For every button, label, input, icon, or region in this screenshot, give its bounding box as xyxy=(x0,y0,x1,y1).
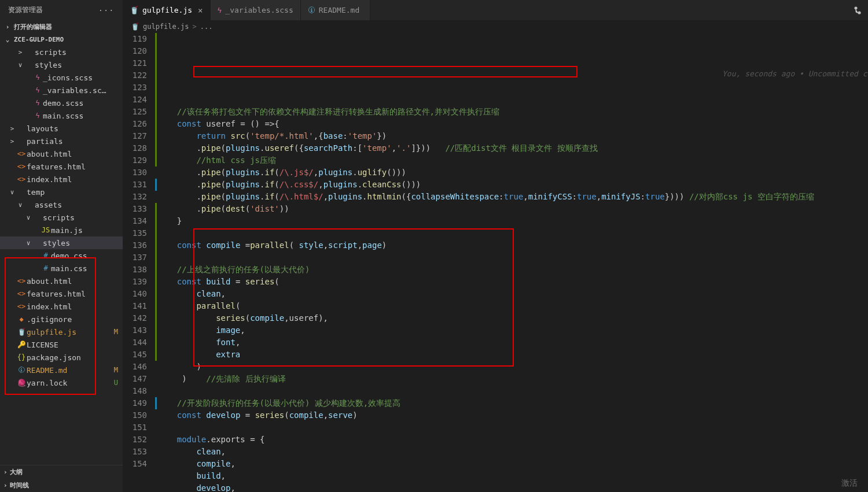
project-header[interactable]: ⌄ ZCE-GULP-DEMO xyxy=(0,34,123,46)
code-line[interactable]: compile, xyxy=(155,458,868,470)
code-line[interactable]: //html css js压缩 xyxy=(155,154,868,167)
code-line[interactable] xyxy=(155,385,868,397)
folder-item[interactable]: >partials xyxy=(0,135,123,147)
folder-item[interactable]: ∨scripts xyxy=(0,211,123,224)
code-editor[interactable]: 1191201211221231241251261271281291301311… xyxy=(123,33,868,492)
compare-changes-icon[interactable] xyxy=(853,5,862,15)
code-line[interactable] xyxy=(155,251,868,264)
code-line[interactable]: clean, xyxy=(155,446,868,458)
explorer-more-icon[interactable]: ··· xyxy=(98,6,115,14)
code-line[interactable]: .pipe(plugins.if(/\.html$/,plugins.htmlm… xyxy=(155,191,868,203)
tab-label: README.md xyxy=(319,6,359,14)
code-line[interactable]: //开发阶段执行的任务(以最小代价) 减少构建次数,效率提高 xyxy=(155,397,868,409)
outline-header[interactable]: › 大纲 xyxy=(0,465,123,479)
code-line[interactable]: clean, xyxy=(155,288,868,300)
folder-item[interactable]: ∨assets xyxy=(0,198,123,211)
file-item[interactable]: JSmain.js xyxy=(0,224,123,236)
code-line[interactable]: //上线之前执行的任务(以最大代价) xyxy=(155,264,868,276)
file-item[interactable]: 🛈README.mdM xyxy=(0,364,123,376)
folder-item[interactable]: ∨temp xyxy=(0,186,123,198)
code-line[interactable]: build, xyxy=(155,470,868,482)
file-type-icon: 🥤 xyxy=(130,6,139,14)
timeline-header[interactable]: › 时间线 xyxy=(0,479,123,492)
file-item[interactable]: 🔑LICENSE xyxy=(0,338,123,351)
file-item[interactable]: 🥤gulpfile.jsM xyxy=(0,325,123,338)
code-line[interactable] xyxy=(155,421,868,434)
code-line[interactable] xyxy=(155,94,868,106)
file-item[interactable]: ϟmain.scss xyxy=(0,109,123,122)
code-line[interactable]: font, xyxy=(155,336,868,349)
item-label: styles xyxy=(43,239,110,247)
file-item[interactable]: #demo.css xyxy=(0,249,123,262)
item-label: index.html xyxy=(27,175,110,184)
chevron-down-icon: ∨ xyxy=(8,188,16,196)
file-type-icon: JS xyxy=(41,226,51,234)
file-item[interactable]: {}package.json xyxy=(0,351,123,364)
file-item[interactable]: ϟ_icons.scss xyxy=(0,71,123,84)
item-label: about.html xyxy=(27,277,110,286)
code-line[interactable]: module.exports = { xyxy=(155,434,868,446)
code-line[interactable]: parallel( xyxy=(155,300,868,312)
folder-item[interactable]: ∨styles xyxy=(0,58,123,71)
code-line[interactable]: series(compile,useref), xyxy=(155,312,868,324)
file-item[interactable]: ϟdemo.scss xyxy=(0,97,123,109)
code-line[interactable]: //该任务将打包文件下的依赖文件构建注释进行转换生成新的路径文件,并对文件执行压… xyxy=(155,106,868,118)
code-line[interactable]: .pipe(plugins.useref({searchPath:['temp'… xyxy=(155,142,868,154)
file-item[interactable]: <>index.html xyxy=(0,300,123,313)
chevron-right-icon: › xyxy=(3,23,12,31)
file-type-icon: ϟ xyxy=(218,6,222,14)
code-body[interactable]: You, seconds ago • Uncommitted changes /… xyxy=(155,33,868,492)
open-editors-label: 打开的编辑器 xyxy=(14,23,52,31)
code-line[interactable]: ) xyxy=(155,361,868,373)
git-status-badge: M xyxy=(110,328,118,336)
file-type-icon: ϟ xyxy=(32,73,43,82)
code-line[interactable]: extra xyxy=(155,349,868,361)
file-item[interactable]: #main.css xyxy=(0,262,123,275)
code-line[interactable]: develop, xyxy=(155,482,868,492)
file-item[interactable]: <>about.html xyxy=(0,275,123,287)
code-line[interactable]: const build = series( xyxy=(155,276,868,288)
file-type-icon: <> xyxy=(16,175,27,183)
editor-area: 🥤gulpfile.js×ϟ_variables.scss🛈README.md … xyxy=(123,0,868,492)
code-line[interactable]: ) //先清除 后执行编译 xyxy=(155,373,868,385)
file-type-icon: ϟ xyxy=(32,99,43,107)
file-type-icon: 🥤 xyxy=(16,328,27,336)
file-item[interactable]: <>about.html xyxy=(0,147,123,160)
code-line[interactable]: .pipe(plugins.if(/\.js$/,plugins.uglify(… xyxy=(155,167,868,179)
folder-item[interactable]: >layouts xyxy=(0,122,123,135)
item-label: features.html xyxy=(27,162,110,171)
item-label: main.js xyxy=(51,226,110,235)
item-label: index.html xyxy=(27,302,110,311)
editor-tab[interactable]: 🛈README.md xyxy=(301,0,370,20)
file-item[interactable]: <>features.html xyxy=(0,160,123,173)
file-item[interactable]: <>index.html xyxy=(0,173,123,186)
breadcrumb[interactable]: 🥤 gulpfile.js > ... xyxy=(123,20,868,33)
code-line[interactable]: .pipe(dest('dist')) xyxy=(155,203,868,215)
editor-tab[interactable]: 🥤gulpfile.js× xyxy=(123,0,211,20)
file-icon: 🥤 xyxy=(131,23,139,31)
file-type-icon: # xyxy=(41,251,51,260)
code-line[interactable]: } xyxy=(155,215,868,227)
folder-item[interactable]: >scripts xyxy=(0,46,123,58)
file-type-icon: 🛈 xyxy=(308,6,315,14)
code-line[interactable]: image, xyxy=(155,324,868,336)
file-item[interactable]: ϟ_variables.scss xyxy=(0,84,123,97)
item-label: package.json xyxy=(27,353,110,362)
code-line[interactable]: const compile =parallel( style,script,pa… xyxy=(155,239,868,251)
code-line[interactable]: const useref = () =>{ xyxy=(155,118,868,130)
folder-item[interactable]: ∨styles xyxy=(0,236,123,249)
item-label: partials xyxy=(27,137,110,146)
item-label: layouts xyxy=(27,124,110,133)
close-icon[interactable]: × xyxy=(198,6,203,15)
chevron-down-icon: ⌄ xyxy=(3,36,12,43)
line-number-gutter: 1191201211221231241251261271281291301311… xyxy=(123,33,155,492)
open-editors-header[interactable]: › 打开的编辑器 xyxy=(0,20,123,34)
file-item[interactable]: <>features.html xyxy=(0,287,123,300)
code-line[interactable] xyxy=(155,227,868,239)
code-line[interactable]: const develop = series(compile,serve) xyxy=(155,409,868,421)
editor-tab[interactable]: ϟ_variables.scss xyxy=(211,0,301,20)
code-line[interactable]: .pipe(plugins.if(/\.css$/,plugins.cleanC… xyxy=(155,179,868,191)
file-item[interactable]: 🧶yarn.lockU xyxy=(0,376,123,389)
code-line[interactable]: return src('temp/*.html',{base:'temp'}) xyxy=(155,130,868,142)
file-item[interactable]: ◆.gitignore xyxy=(0,313,123,325)
